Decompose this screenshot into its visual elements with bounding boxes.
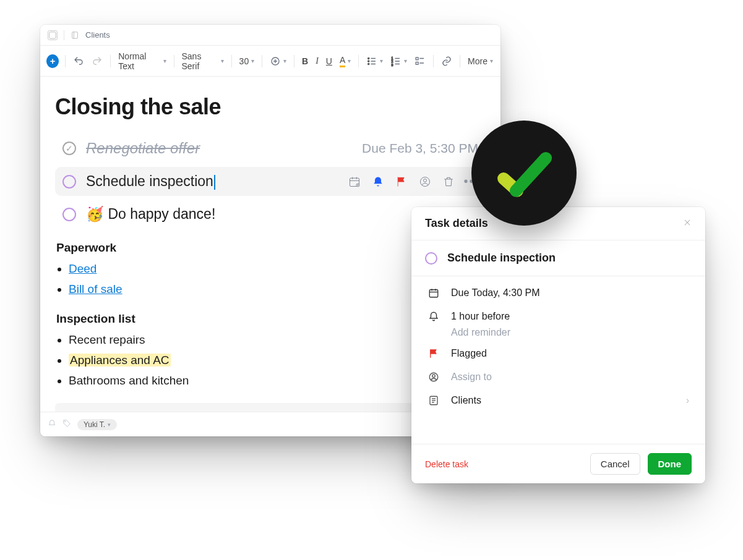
assign-placeholder: Assign to [451, 371, 492, 383]
reminder-row[interactable]: 1 hour before [414, 305, 703, 328]
task-row[interactable]: Schedule inspection ••• [55, 167, 486, 196]
assign-row[interactable]: Assign to [414, 365, 703, 389]
separator [358, 55, 359, 67]
due-date-row[interactable]: Due Today, 4:30 PM [414, 281, 703, 305]
task-text[interactable]: Renegotiate offer [86, 140, 200, 157]
task-flag-button[interactable] [395, 176, 408, 188]
checkmark-icon [490, 139, 558, 207]
paragraph-style-select[interactable]: Normal Text▾ [117, 51, 167, 71]
svg-rect-1 [72, 32, 78, 38]
bell-icon [427, 311, 440, 322]
task-due-date-button[interactable] [348, 176, 361, 188]
checklist-icon [414, 56, 426, 67]
task-text[interactable]: Schedule inspection [86, 173, 213, 189]
task-details-panel: Task details Schedule inspection Due Tod… [411, 207, 705, 483]
author-name: Yuki T. [84, 420, 105, 429]
numbered-list-button[interactable]: 123▾ [389, 56, 408, 67]
task-details-body: Due Today, 4:30 PM 1 hour before Add rem… [411, 276, 705, 444]
trash-icon [442, 176, 455, 188]
task-reminder-button[interactable] [372, 176, 384, 188]
bullet-list-button[interactable]: ▾ [365, 56, 384, 67]
titlebar: Clients [40, 25, 500, 46]
task-details-footer: Delete task Cancel Done [411, 444, 705, 483]
task-checkbox[interactable] [62, 175, 76, 189]
redo-button[interactable] [90, 56, 104, 67]
toolbar: + Normal Text▾ Sans Serif▾ 30▾ ▾ B I U A… [40, 46, 500, 77]
checklist-button[interactable] [413, 56, 427, 67]
task-title-text[interactable]: Schedule inspection [447, 252, 556, 265]
svg-rect-34 [429, 290, 438, 297]
font-size-value: 30 [239, 56, 249, 66]
breadcrumb-label[interactable]: Clients [85, 30, 110, 40]
bell-icon [48, 419, 56, 428]
task-assign-button[interactable] [419, 176, 431, 188]
remind-me-button[interactable] [48, 419, 56, 430]
task-title-row[interactable]: Schedule inspection [411, 240, 705, 276]
delete-task-button[interactable]: Delete task [425, 459, 468, 469]
doc-title[interactable]: Closing the sale [55, 94, 486, 120]
separator [433, 55, 434, 67]
separator [65, 55, 66, 67]
task-checkbox[interactable] [62, 142, 76, 155]
text-color-button[interactable]: A▾ [338, 55, 352, 67]
list-item-text[interactable]: Bathrooms and kitchen [69, 374, 189, 387]
separator [110, 55, 111, 67]
note-toggle-button[interactable] [48, 30, 58, 40]
cancel-button[interactable]: Cancel [590, 453, 640, 475]
underline-button[interactable]: U [325, 56, 333, 66]
link-icon [441, 56, 452, 67]
task-checkbox[interactable] [62, 208, 76, 221]
separator [460, 55, 460, 67]
more-button[interactable]: More▾ [466, 56, 494, 66]
flag-row[interactable]: Flagged [414, 342, 703, 365]
person-circle-icon [419, 176, 431, 188]
task-text-wrapper[interactable]: Schedule inspection [86, 173, 215, 190]
paragraph-style-label: Normal Text [118, 51, 160, 71]
font-size-select[interactable]: 30▾ [238, 56, 256, 66]
font-family-select[interactable]: Sans Serif▾ [180, 51, 225, 71]
calendar-icon [348, 176, 361, 188]
close-button[interactable] [683, 217, 692, 230]
svg-text:3: 3 [392, 62, 393, 66]
task-complete-badge [471, 121, 577, 226]
calendar-icon [427, 287, 440, 299]
italic-button[interactable]: I [314, 56, 320, 66]
add-reminder-button[interactable]: Add reminder [414, 327, 703, 338]
insert-more-button[interactable]: ▾ [268, 56, 288, 67]
add-tag-button[interactable] [62, 419, 71, 430]
flag-icon [427, 348, 440, 359]
close-icon [683, 218, 692, 227]
bell-icon [372, 176, 384, 188]
undo-button[interactable] [72, 56, 85, 67]
notebook-icon [71, 31, 79, 40]
task-due-label: Due Feb 3, 5:30 PM [362, 141, 478, 156]
task-checkbox[interactable] [425, 252, 437, 265]
task-actions: ••• [348, 174, 478, 189]
note-row[interactable]: Clients › [414, 389, 703, 412]
bold-button[interactable]: B [301, 56, 309, 66]
list-item-text[interactable]: Recent repairs [69, 333, 145, 346]
bullet-list-icon [366, 56, 377, 67]
note-icon [427, 395, 440, 406]
plus-circle-icon [270, 56, 281, 67]
separator [174, 55, 174, 67]
done-button[interactable]: Done [648, 453, 692, 475]
numbered-list-icon: 123 [390, 56, 402, 67]
doc-link[interactable]: Deed [69, 262, 97, 275]
svg-point-10 [368, 63, 369, 64]
insert-button[interactable]: + [46, 54, 59, 68]
doc-link[interactable]: Bill of sale [69, 282, 122, 295]
author-chip[interactable]: Yuki T.▾ [77, 419, 117, 430]
flag-value: Flagged [451, 348, 487, 359]
tag-icon [62, 419, 71, 428]
task-row[interactable]: Renegotiate offer Due Feb 3, 5:30 PM [55, 134, 486, 163]
list-item-text[interactable]: Appliances and AC [69, 354, 171, 367]
task-details-title: Task details [425, 217, 488, 230]
link-button[interactable] [440, 56, 453, 67]
separator [231, 55, 232, 67]
svg-point-30 [424, 179, 427, 182]
person-circle-icon [427, 371, 440, 383]
task-delete-button[interactable] [442, 176, 455, 188]
note-value: Clients [451, 395, 481, 406]
task-text[interactable]: 🥳 Do happy dance! [86, 206, 215, 223]
